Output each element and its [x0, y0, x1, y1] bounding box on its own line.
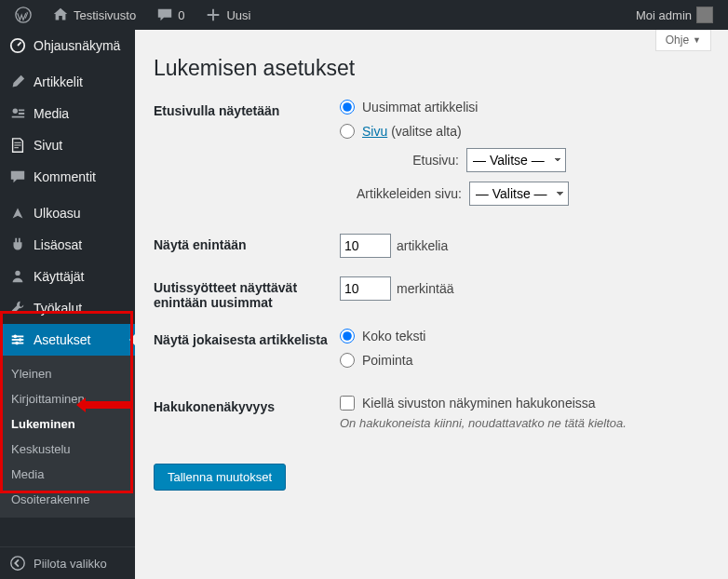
sidebar-label: Sivut [34, 138, 62, 153]
front-select-label: Etusivu: [357, 153, 459, 168]
collapse-label: Piilota valikko [34, 557, 107, 571]
visibility-label: Hakukonenäkyvyys [154, 396, 340, 414]
admin-topbar: Testisivusto 0 Uusi Moi admin [0, 0, 728, 30]
visibility-desc: On hakukoneista kiinni, noudattavatko ne… [340, 416, 709, 430]
page-title: Lukemisen asetukset [154, 56, 709, 81]
sidebar-item-appearance[interactable]: Ulkoasu [0, 197, 135, 229]
posts-max-input[interactable] [340, 234, 391, 258]
sidebar-item-plugins[interactable]: Lisäosat [0, 229, 135, 261]
svg-point-2 [13, 109, 18, 114]
feed-max-input[interactable] [340, 276, 391, 301]
greeting: Moi admin [636, 8, 692, 22]
posts-select-label: Artikkeleiden sivu: [357, 186, 462, 201]
page-link[interactable]: Sivu [362, 124, 387, 139]
radio-static-page[interactable] [340, 124, 355, 139]
wp-logo[interactable] [7, 0, 39, 30]
radio-excerpt[interactable] [340, 353, 355, 368]
feed-max-suffix: merkintää [397, 281, 453, 296]
comments-count: 0 [178, 8, 184, 22]
comments-link[interactable]: 0 [149, 0, 192, 30]
collapse-menu[interactable]: Piilota valikko [0, 546, 135, 579]
submenu-general[interactable]: Yleinen [0, 361, 135, 386]
sidebar-item-comments[interactable]: Kommentit [0, 161, 135, 193]
posts-page-select[interactable]: — Valitse — [469, 182, 569, 206]
account-link[interactable]: Moi admin [628, 0, 721, 30]
sidebar-label: Artikkelit [34, 74, 83, 89]
feed-max-label: Uutissyötteet näyttävät enintään uusimma… [154, 276, 340, 310]
sidebar-label: Ulkoasu [34, 206, 81, 221]
sidebar-item-pages[interactable]: Sivut [0, 129, 135, 161]
sidebar-item-posts[interactable]: Artikkelit [0, 66, 135, 98]
radio-label: Poiminta [362, 353, 412, 368]
submenu-media[interactable]: Media [0, 462, 135, 487]
sidebar-item-media[interactable]: Media [0, 98, 135, 129]
radio-label: Sivu (valitse alta) [362, 124, 462, 139]
chevron-down-icon: ▼ [693, 35, 701, 45]
sidebar-label: Työkalut [34, 301, 82, 316]
svg-point-9 [15, 342, 19, 345]
feed-content-label: Näytä jokaisesta artikkelista [154, 329, 340, 347]
submenu-writing[interactable]: Kirjoittaminen [0, 386, 135, 411]
submenu-discussion[interactable]: Keskustelu [0, 437, 135, 462]
radio-label: Koko teksti [362, 329, 425, 343]
radio-label: Uusimmat artikkelisi [362, 100, 478, 114]
posts-max-suffix: artikkelia [397, 238, 448, 253]
help-tab[interactable]: Ohje▼ [655, 30, 711, 51]
sidebar-item-dashboard[interactable]: Ohjausnäkymä [0, 30, 135, 61]
checkbox-label: Kiellä sivuston näkyminen hakukoneissa [362, 396, 596, 411]
sidebar-label: Media [34, 106, 69, 121]
sidebar-item-users[interactable]: Käyttäjät [0, 261, 135, 292]
svg-point-10 [11, 557, 24, 570]
help-label: Ohje [666, 34, 689, 47]
svg-point-7 [14, 335, 18, 339]
radio-latest-posts[interactable] [340, 100, 355, 114]
admin-sidebar: Ohjausnäkymä Artikkelit Media Sivut Komm… [0, 30, 135, 579]
new-link[interactable]: Uusi [197, 0, 258, 30]
site-name: Testisivusto [74, 8, 136, 22]
sidebar-item-settings[interactable]: Asetukset [0, 324, 135, 356]
posts-max-label: Näytä enintään [154, 234, 340, 252]
new-label: Uusi [226, 8, 250, 22]
sidebar-label: Ohjausnäkymä [34, 38, 120, 53]
search-visibility-checkbox[interactable] [340, 396, 355, 411]
front-page-select[interactable]: — Valitse — [466, 148, 566, 172]
site-link[interactable]: Testisivusto [45, 0, 143, 30]
submenu-reading[interactable]: Lukeminen [0, 411, 135, 437]
sidebar-item-tools[interactable]: Työkalut [0, 292, 135, 324]
main-content: Ohje▼ Lukemisen asetukset Etusivulla näy… [135, 30, 728, 579]
submenu-permalinks[interactable]: Osoiterakenne [0, 487, 135, 512]
save-button[interactable]: Tallenna muutokset [154, 464, 286, 491]
sidebar-label: Käyttäjät [34, 269, 84, 284]
frontpage-label: Etusivulla näytetään [154, 100, 340, 118]
sidebar-label: Kommentit [34, 169, 96, 184]
settings-submenu: Yleinen Kirjoittaminen Lukeminen Keskust… [0, 356, 135, 518]
svg-point-3 [15, 271, 20, 276]
sidebar-label: Asetukset [34, 332, 90, 347]
radio-full-text[interactable] [340, 329, 355, 343]
svg-point-8 [19, 338, 22, 342]
sidebar-label: Lisäosat [34, 237, 82, 252]
avatar [696, 7, 713, 23]
